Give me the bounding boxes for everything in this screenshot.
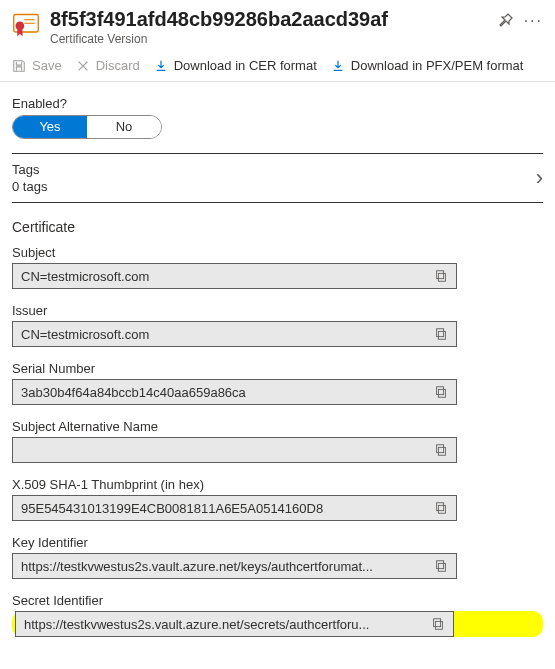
discard-label: Discard [96,58,140,73]
content-area: Enabled? Yes No Tags 0 tags › Certificat… [0,82,555,669]
download-cer-label: Download in CER format [174,58,317,73]
subject-field: CN=testmicrosoft.com [12,263,457,289]
svg-rect-7 [437,329,444,337]
certificate-section-title: Certificate [12,219,543,235]
tags-count: 0 tags [12,179,47,194]
save-button: Save [12,58,62,73]
thumbprint-field: 95E545431013199E4CB0081811A6E5A0514160D8 [12,495,457,521]
toggle-yes[interactable]: Yes [13,116,87,138]
svg-rect-9 [437,387,444,395]
certificate-icon [12,11,40,39]
download-pfx-label: Download in PFX/PEM format [351,58,524,73]
svg-rect-11 [437,445,444,453]
copy-icon[interactable] [434,385,448,399]
tags-label: Tags [12,162,47,177]
download-pfx-button[interactable]: Download in PFX/PEM format [331,58,524,73]
save-label: Save [32,58,62,73]
issuer-value: CN=testmicrosoft.com [21,327,426,342]
copy-icon[interactable] [431,617,445,631]
svg-rect-8 [438,389,445,397]
command-toolbar: Save Discard Download in CER format Down… [0,50,555,82]
thumbprint-label: X.509 SHA-1 Thumbprint (in hex) [12,477,543,492]
subject-value: CN=testmicrosoft.com [21,269,426,284]
svg-rect-4 [438,273,445,281]
key-identifier-field: https://testkvwestus2s.vault.azure.net/k… [12,553,457,579]
svg-rect-17 [434,619,441,627]
serial-field: 3ab30b4f64a84bccb14c40aa659a86ca [12,379,457,405]
issuer-label: Issuer [12,303,543,318]
download-icon [154,59,168,73]
page-title: 8f5f3f491afd48cb99286ba2aacd39af [50,8,488,31]
more-menu-icon[interactable]: ··· [524,12,543,30]
svg-rect-10 [438,447,445,455]
serial-label: Serial Number [12,361,543,376]
svg-rect-16 [435,621,442,629]
save-icon [12,59,26,73]
svg-rect-15 [437,561,444,569]
copy-icon[interactable] [434,443,448,457]
download-cer-button[interactable]: Download in CER format [154,58,317,73]
copy-icon[interactable] [434,327,448,341]
svg-rect-13 [437,503,444,511]
secret-identifier-value: https://testkvwestus2s.vault.azure.net/s… [24,617,423,632]
copy-icon[interactable] [434,501,448,515]
discard-button: Discard [76,58,140,73]
san-label: Subject Alternative Name [12,419,543,434]
secret-identifier-label: Secret Identifier [12,593,543,608]
svg-rect-12 [438,505,445,513]
key-identifier-label: Key Identifier [12,535,543,550]
page-header: 8f5f3f491afd48cb99286ba2aacd39af Certifi… [0,0,555,50]
enabled-label: Enabled? [12,96,543,111]
serial-value: 3ab30b4f64a84bccb14c40aa659a86ca [21,385,426,400]
svg-point-1 [16,22,25,31]
key-identifier-value: https://testkvwestus2s.vault.azure.net/k… [21,559,426,574]
chevron-right-icon: › [536,165,543,191]
copy-icon[interactable] [434,269,448,283]
san-field [12,437,457,463]
discard-icon [76,59,90,73]
toggle-no[interactable]: No [87,116,161,138]
download-icon [331,59,345,73]
page-subtitle: Certificate Version [50,32,488,46]
secret-highlight: https://testkvwestus2s.vault.azure.net/s… [12,611,543,637]
svg-rect-5 [437,271,444,279]
copy-icon[interactable] [434,559,448,573]
tags-row[interactable]: Tags 0 tags › [12,153,543,203]
pin-icon[interactable] [498,13,514,29]
secret-identifier-field: https://testkvwestus2s.vault.azure.net/s… [15,611,454,637]
subject-label: Subject [12,245,543,260]
issuer-field: CN=testmicrosoft.com [12,321,457,347]
svg-rect-14 [438,563,445,571]
thumbprint-value: 95E545431013199E4CB0081811A6E5A0514160D8 [21,501,426,516]
enabled-toggle[interactable]: Yes No [12,115,162,139]
svg-rect-6 [438,331,445,339]
